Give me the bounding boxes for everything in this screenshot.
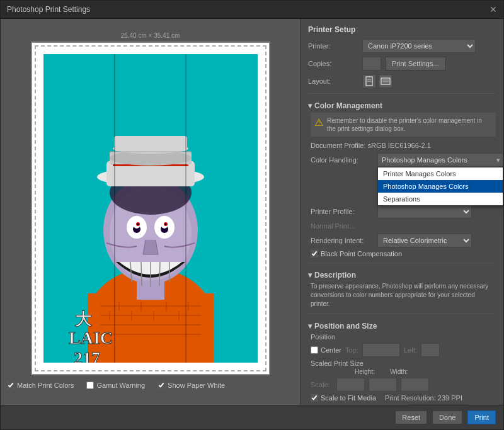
close-button[interactable]: ✕ [490,4,497,14]
svg-text:217: 217 [74,348,100,363]
color-handling-row: Color Handling: Photoshop Manages Colors… [311,153,496,167]
description-section: ▾ Description To preserve appearance, Ph… [308,268,496,308]
show-paper-white-label[interactable]: Show Paper White [158,382,225,389]
position-row: Center Top: 1.316 Left: 0 [311,343,496,357]
center-checkbox[interactable] [311,346,318,354]
position-arrow: ▾ [308,322,312,331]
rendering-label: Rendering Intent: [311,237,374,244]
position-size-body: Position Center Top: 1.316 Left: 0 Scale… [308,333,496,405]
scaled-headers-row: Height: Width: [311,368,496,375]
done-button[interactable]: Done [432,410,462,424]
copies-label: Copies: [308,60,358,67]
left-label: Left: [404,346,417,354]
window-title: Photoshop Print Settings [7,5,90,14]
dropdown-option-separations[interactable]: Separations [378,193,503,205]
warning-text: Remember to disable the printer's color … [327,116,492,133]
printer-profile-row: Printer Profile: [311,205,496,218]
warning-box: ⚠ Remember to disable the printer's colo… [311,113,496,137]
scale-to-fit-row: Scale to Fit Media Print Resolution: 239… [311,394,496,402]
copies-input[interactable]: 1 [362,57,381,71]
warning-icon: ⚠ [314,116,323,128]
height-col-label: Height: [355,368,386,375]
position-size-trigger[interactable]: ▾ Position and Size [308,319,496,333]
landscape-icon[interactable] [379,74,392,88]
center-label[interactable]: Center [311,346,341,354]
preview-panel: 25.40 cm × 35.41 cm [1,19,300,405]
print-settings-button[interactable]: Print Settings... [385,57,446,71]
svg-text:大: 大 [74,310,92,329]
preview-frame: 大 LAIC 217 [31,42,270,375]
printer-setup-section: Printer Setup Printer: Canon iP7200 seri… [308,25,496,88]
center-text: Center [321,346,341,354]
gamut-warning-checkbox[interactable] [86,382,94,389]
description-trigger[interactable]: ▾ Description [308,268,496,282]
black-point-text: Black Point Compensation [321,250,402,257]
footer-buttons: Reset Done Print [1,405,503,429]
color-management-title: Color Management [314,101,382,110]
divider-1 [308,93,496,94]
svg-rect-51 [381,78,390,84]
photoshop-print-settings-window: Photoshop Print Settings ✕ 25.40 cm × 35… [0,0,504,430]
svg-point-36 [137,223,139,225]
portrait-icon[interactable] [362,74,376,88]
svg-rect-26 [114,136,187,151]
preview-controls: Match Print Colors Gamut Warning Show Pa… [7,379,294,392]
position-label: Position [311,333,496,341]
copies-field-row: Copies: 1 Print Settings... [308,57,496,71]
color-handling-dropdown-trigger[interactable]: Photoshop Manages Colors [377,153,503,167]
svg-point-37 [164,223,166,225]
preview-size-label: 25.40 cm × 35.41 cm [121,32,180,39]
scale-values-row: Scale: 10.09% 35.26 20.35 [311,378,496,392]
scale-input[interactable]: 10.09% [336,378,365,392]
match-print-colors-checkbox[interactable] [7,382,14,389]
settings-panel: Printer Setup Printer: Canon iP7200 seri… [300,19,503,405]
color-handling-value: Photoshop Manages Colors [382,156,467,164]
position-size-title: Position and Size [314,322,377,331]
doc-profile: Document Profile: sRGB IEC61966-2.1 [311,142,496,149]
scale-to-fit-checkbox[interactable] [311,394,318,402]
layout-field-row: Layout: [308,74,496,88]
width-input[interactable]: 20.35 [401,378,429,392]
left-input[interactable]: 0 [421,343,440,357]
width-col-label: Width: [390,368,421,375]
description-body: To preserve appearance, Photoshop will p… [308,282,496,308]
printer-label: Printer: [308,42,358,50]
color-management-trigger[interactable]: ▾ Color Management [308,99,496,113]
color-management-body: ⚠ Remember to disable the printer's colo… [308,113,496,257]
layout-icons [362,74,392,88]
color-handling-dropdown-container: Photoshop Manages Colors Printer Manages… [377,153,503,167]
top-input[interactable]: 1.316 [362,343,400,357]
print-button[interactable]: Print [467,410,496,424]
dropdown-option-photoshop-manages[interactable]: Photoshop Manages Colors [378,180,503,193]
black-point-label[interactable]: Black Point Compensation [311,250,496,257]
rendering-select[interactable]: Relative Colorimetric [377,234,472,247]
preview-image: 大 LAIC 217 [43,54,258,363]
svg-line-41 [159,262,160,286]
printer-field-row: Printer: Canon iP7200 series [308,39,496,53]
position-size-section: ▾ Position and Size Position Center Top:… [308,319,496,405]
dropdown-option-printer-manages[interactable]: Printer Manages Colors [378,167,503,180]
description-title: Description [314,271,356,280]
printer-select[interactable]: Canon iP7200 series [362,39,476,53]
rendering-intent-row: Rendering Intent: Relative Colorimetric [311,234,496,247]
printer-profile-select[interactable] [377,205,472,218]
description-text: To preserve appearance, Photoshop will p… [311,282,496,308]
show-paper-white-checkbox[interactable] [158,382,165,389]
printer-profile-label: Printer Profile: [311,208,374,215]
normal-print-row: Normal Print... [311,222,496,230]
gamut-warning-label[interactable]: Gamut Warning [86,382,145,389]
top-label: Top: [345,346,358,354]
color-handling-dropdown-list: Printer Manages Colors Photoshop Manages… [377,167,503,206]
printer-setup-title: Printer Setup [308,25,496,34]
scale-to-fit-label[interactable]: Scale to Fit Media [311,394,376,402]
divider-3 [308,314,496,314]
match-print-colors-label[interactable]: Match Print Colors [7,382,74,389]
divider-2 [308,263,496,263]
reset-button[interactable]: Reset [395,410,427,424]
svg-text:LAIC: LAIC [69,328,113,348]
black-point-checkbox[interactable] [311,250,318,257]
color-management-section: ▾ Color Management ⚠ Remember to disable… [308,99,496,257]
scale-to-fit-text: Scale to Fit Media [321,394,376,402]
height-input[interactable]: 35.26 [369,378,397,392]
layout-label: Layout: [308,77,358,85]
